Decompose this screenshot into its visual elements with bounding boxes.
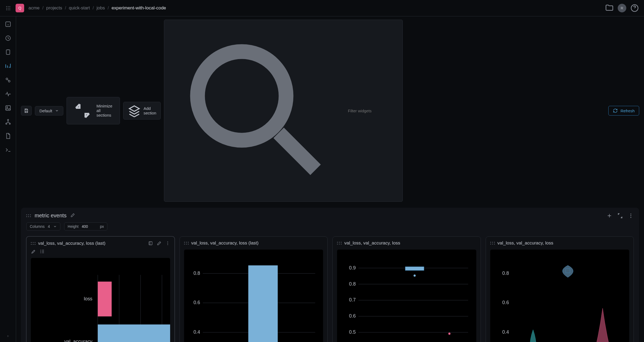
- height-unit: px: [100, 224, 104, 229]
- svg-text:0.9: 0.9: [349, 265, 356, 271]
- nav-image-icon[interactable]: [5, 105, 12, 111]
- collapse-section-icon[interactable]: [617, 213, 623, 219]
- svg-point-7: [7, 107, 8, 107]
- svg-text:0.5: 0.5: [349, 329, 356, 335]
- nav-compare-icon[interactable]: [5, 77, 12, 84]
- layers-icon: [128, 104, 141, 117]
- crumb-0[interactable]: acme: [28, 5, 40, 11]
- nav-chart-icon[interactable]: [5, 63, 12, 70]
- nav-info-icon[interactable]: [5, 21, 12, 28]
- chart-canvas-2: 0.9 0.8 0.7 0.6 0.5 0.4 0.3 0.2: [337, 250, 476, 342]
- nav-doc-icon[interactable]: [5, 132, 12, 139]
- svg-text:0.6: 0.6: [193, 300, 200, 305]
- svg-text:0.6: 0.6: [349, 313, 356, 319]
- legend-icon[interactable]: [39, 249, 45, 254]
- nav-terminal-icon[interactable]: [5, 146, 12, 153]
- height-label: Height: [68, 224, 78, 229]
- refresh-button[interactable]: Refresh: [608, 106, 639, 116]
- svg-point-16: [167, 242, 168, 242]
- svg-point-11: [197, 52, 286, 140]
- section-metric-events: metric events Columns4 Heightpx val_loss…: [21, 208, 639, 342]
- breadcrumb: acme/ projects/ quick-start/ jobs/ exper…: [28, 5, 166, 11]
- height-value-input[interactable]: [82, 224, 97, 229]
- svg-text:0.6: 0.6: [502, 300, 509, 305]
- widget-drag-handle[interactable]: [184, 242, 189, 244]
- chart-card-2[interactable]: val_loss, val_accuracy, loss: [332, 236, 481, 342]
- svg-text:0.8: 0.8: [349, 281, 356, 287]
- svg-text:0.4: 0.4: [502, 329, 509, 335]
- svg-point-9: [6, 123, 7, 124]
- widget-drag-handle[interactable]: [337, 242, 342, 244]
- chart-card-3[interactable]: val_loss, val_accuracy, loss 0.8 0.6 0.4…: [486, 236, 634, 342]
- svg-point-17: [167, 243, 168, 243]
- refresh-icon: [613, 108, 618, 113]
- crumb-1[interactable]: projects: [46, 5, 62, 11]
- section-title: metric events: [35, 213, 67, 219]
- svg-point-8: [7, 119, 8, 120]
- minimize-icon: [71, 99, 94, 122]
- user-avatar[interactable]: R: [618, 4, 626, 12]
- height-control[interactable]: Heightpx: [64, 222, 107, 231]
- add-section-button[interactable]: Add section: [123, 102, 161, 120]
- svg-text:loss: loss: [84, 296, 92, 301]
- chart-canvas-1: 0.8 0.6 0.4 0.2 0 val_loss val_accuracy …: [184, 250, 323, 342]
- chart-card-0[interactable]: val_loss, val_accuracy, loss (last): [26, 236, 175, 342]
- chart-canvas-3: 0.8 0.6 0.4 0.2 0: [490, 250, 630, 342]
- chart-title: val_loss, val_accuracy, loss (last): [38, 241, 105, 246]
- filter-widgets-input[interactable]: [164, 20, 403, 202]
- chart-title: val_loss, val_accuracy, loss (last): [191, 240, 259, 246]
- main-content: Default Minimize all sections Add sectio…: [16, 16, 644, 342]
- add-widget-icon[interactable]: [606, 213, 612, 219]
- brush-icon[interactable]: [31, 249, 36, 254]
- chevron-down-icon: [55, 109, 59, 113]
- fullscreen-icon[interactable]: [148, 240, 153, 246]
- svg-text:0.8: 0.8: [193, 271, 200, 276]
- columns-control[interactable]: Columns4: [26, 222, 60, 231]
- chart-title: val_loss, val_accuracy, loss: [497, 240, 554, 246]
- svg-point-12: [630, 213, 631, 214]
- filter-widgets-field[interactable]: [348, 109, 399, 113]
- svg-rect-23: [98, 282, 112, 316]
- layout-select-label: Default: [39, 109, 52, 113]
- svg-rect-45: [248, 265, 278, 342]
- app-logo[interactable]: Q: [16, 4, 24, 12]
- section-menu-icon[interactable]: [628, 213, 634, 219]
- svg-point-10: [9, 123, 10, 124]
- search-icon: [168, 22, 345, 199]
- nav-clipboard-icon[interactable]: [5, 49, 12, 56]
- layout-select[interactable]: Default: [35, 106, 63, 116]
- widget-drag-handle[interactable]: [31, 242, 35, 245]
- crumb-3[interactable]: jobs: [97, 5, 105, 11]
- app-drag-handle[interactable]: [5, 5, 11, 11]
- columns-label: Columns: [30, 224, 45, 229]
- edit-section-icon[interactable]: [70, 213, 75, 218]
- svg-text:0.4: 0.4: [193, 329, 200, 335]
- nav-tree-icon[interactable]: [5, 118, 12, 125]
- svg-point-14: [630, 217, 631, 218]
- widget-drag-handle[interactable]: [490, 242, 495, 244]
- edit-widget-icon[interactable]: [157, 240, 162, 246]
- columns-value: 4: [48, 224, 50, 229]
- crumb-2[interactable]: quick-start: [69, 5, 90, 11]
- nav-health-icon[interactable]: [5, 91, 12, 98]
- svg-rect-24: [98, 325, 170, 342]
- refresh-label: Refresh: [620, 109, 635, 113]
- nav-clock-icon[interactable]: [5, 35, 12, 42]
- section-drag-handle[interactable]: [26, 214, 31, 217]
- svg-point-76: [448, 333, 451, 335]
- chart-card-1[interactable]: val_loss, val_accuracy, loss (last) 0.8 …: [180, 236, 328, 342]
- svg-point-4: [6, 78, 8, 80]
- save-layout-button[interactable]: [21, 106, 32, 116]
- svg-rect-6: [6, 106, 10, 110]
- minimize-all-button[interactable]: Minimize all sections: [67, 97, 120, 125]
- svg-point-70: [414, 275, 416, 277]
- chevron-down-icon: [53, 225, 57, 228]
- nav-expand-icon[interactable]: [5, 335, 12, 342]
- folder-icon[interactable]: [605, 3, 614, 13]
- help-icon[interactable]: [630, 3, 639, 13]
- chart-title: val_loss, val_accuracy, loss: [344, 240, 400, 246]
- toolbar: Default Minimize all sections Add sectio…: [21, 20, 639, 202]
- crumb-4[interactable]: experiment-with-local-code: [112, 5, 166, 11]
- svg-point-18: [167, 244, 168, 245]
- widget-menu-icon[interactable]: [165, 240, 170, 246]
